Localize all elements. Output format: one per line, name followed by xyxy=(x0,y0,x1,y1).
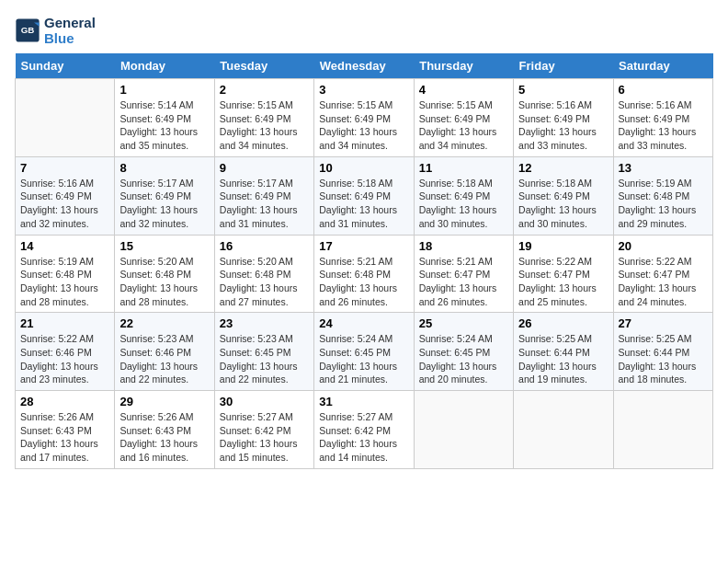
day-number: 27 xyxy=(619,316,708,330)
calendar-day: 29Sunrise: 5:26 AMSunset: 6:43 PMDayligh… xyxy=(115,391,214,469)
weekday-header-friday: Friday xyxy=(514,53,613,79)
calendar-day: 3Sunrise: 5:15 AMSunset: 6:49 PMDaylight… xyxy=(314,79,414,157)
day-info: Sunrise: 5:17 AMSunset: 6:49 PMDaylight:… xyxy=(220,177,309,231)
calendar-day: 24Sunrise: 5:24 AMSunset: 6:45 PMDayligh… xyxy=(314,313,414,391)
calendar-day: 23Sunrise: 5:23 AMSunset: 6:45 PMDayligh… xyxy=(214,313,313,391)
day-info: Sunrise: 5:17 AMSunset: 6:49 PMDaylight:… xyxy=(119,177,209,231)
day-number: 5 xyxy=(518,83,608,97)
logo-icon: GB xyxy=(15,17,40,43)
day-info: Sunrise: 5:16 AMSunset: 6:49 PMDaylight:… xyxy=(619,98,708,153)
calendar-day: 6Sunrise: 5:16 AMSunset: 6:49 PMDaylight… xyxy=(613,79,712,157)
day-info: Sunrise: 5:18 AMSunset: 6:49 PMDaylight:… xyxy=(419,177,508,231)
calendar-day: 5Sunrise: 5:16 AMSunset: 6:49 PMDaylight… xyxy=(514,79,613,157)
calendar-day: 8Sunrise: 5:17 AMSunset: 6:49 PMDaylight… xyxy=(115,156,214,235)
day-number: 25 xyxy=(419,316,508,330)
day-number: 3 xyxy=(319,83,408,97)
logo: GB General Blue xyxy=(15,15,96,46)
calendar-day: 17Sunrise: 5:21 AMSunset: 6:48 PMDayligh… xyxy=(314,235,414,313)
day-number: 15 xyxy=(119,239,209,253)
calendar-day: 26Sunrise: 5:25 AMSunset: 6:44 PMDayligh… xyxy=(514,313,613,391)
day-info: Sunrise: 5:26 AMSunset: 6:43 PMDaylight:… xyxy=(119,410,209,465)
day-info: Sunrise: 5:23 AMSunset: 6:45 PMDaylight:… xyxy=(220,332,309,386)
day-number: 17 xyxy=(319,239,408,253)
day-info: Sunrise: 5:27 AMSunset: 6:42 PMDaylight:… xyxy=(319,410,408,465)
calendar-day: 31Sunrise: 5:27 AMSunset: 6:42 PMDayligh… xyxy=(314,391,414,469)
calendar-day: 4Sunrise: 5:15 AMSunset: 6:49 PMDaylight… xyxy=(414,79,513,157)
day-info: Sunrise: 5:26 AMSunset: 6:43 PMDaylight:… xyxy=(20,410,109,465)
calendar-day: 25Sunrise: 5:24 AMSunset: 6:45 PMDayligh… xyxy=(414,313,513,391)
calendar-day: 9Sunrise: 5:17 AMSunset: 6:49 PMDaylight… xyxy=(214,156,313,235)
calendar-day: 2Sunrise: 5:15 AMSunset: 6:49 PMDaylight… xyxy=(214,79,313,157)
calendar-day: 27Sunrise: 5:25 AMSunset: 6:44 PMDayligh… xyxy=(613,313,712,391)
calendar-day: 10Sunrise: 5:18 AMSunset: 6:49 PMDayligh… xyxy=(314,156,414,235)
day-number: 4 xyxy=(419,83,508,97)
day-info: Sunrise: 5:23 AMSunset: 6:46 PMDaylight:… xyxy=(119,332,209,386)
day-number: 21 xyxy=(20,316,109,330)
weekday-header-thursday: Thursday xyxy=(414,53,513,79)
calendar-week-1: 1Sunrise: 5:14 AMSunset: 6:49 PMDaylight… xyxy=(16,79,713,157)
day-info: Sunrise: 5:24 AMSunset: 6:45 PMDaylight:… xyxy=(319,332,408,386)
calendar-day: 7Sunrise: 5:16 AMSunset: 6:49 PMDaylight… xyxy=(16,156,115,235)
day-number: 23 xyxy=(220,316,309,330)
day-number: 9 xyxy=(220,161,309,175)
calendar-day xyxy=(514,391,613,469)
calendar-week-2: 7Sunrise: 5:16 AMSunset: 6:49 PMDaylight… xyxy=(16,156,713,235)
day-info: Sunrise: 5:25 AMSunset: 6:44 PMDaylight:… xyxy=(619,332,708,386)
day-info: Sunrise: 5:24 AMSunset: 6:45 PMDaylight:… xyxy=(419,332,508,386)
calendar-day: 14Sunrise: 5:19 AMSunset: 6:48 PMDayligh… xyxy=(16,235,115,313)
calendar-day: 15Sunrise: 5:20 AMSunset: 6:48 PMDayligh… xyxy=(115,235,214,313)
calendar-week-3: 14Sunrise: 5:19 AMSunset: 6:48 PMDayligh… xyxy=(16,235,713,313)
day-number: 31 xyxy=(319,395,408,408)
calendar-day: 22Sunrise: 5:23 AMSunset: 6:46 PMDayligh… xyxy=(115,313,214,391)
day-number: 2 xyxy=(220,83,309,97)
calendar-day: 21Sunrise: 5:22 AMSunset: 6:46 PMDayligh… xyxy=(16,313,115,391)
weekday-header-wednesday: Wednesday xyxy=(314,53,414,79)
calendar-day: 11Sunrise: 5:18 AMSunset: 6:49 PMDayligh… xyxy=(414,156,513,235)
day-info: Sunrise: 5:15 AMSunset: 6:49 PMDaylight:… xyxy=(419,98,508,153)
day-number: 11 xyxy=(419,161,508,175)
day-info: Sunrise: 5:15 AMSunset: 6:49 PMDaylight:… xyxy=(220,98,309,153)
day-number: 26 xyxy=(518,316,608,330)
calendar-day: 30Sunrise: 5:27 AMSunset: 6:42 PMDayligh… xyxy=(214,391,313,469)
calendar-day: 13Sunrise: 5:19 AMSunset: 6:48 PMDayligh… xyxy=(613,156,712,235)
day-info: Sunrise: 5:18 AMSunset: 6:49 PMDaylight:… xyxy=(518,177,608,231)
calendar-week-4: 21Sunrise: 5:22 AMSunset: 6:46 PMDayligh… xyxy=(16,313,713,391)
calendar-day xyxy=(16,79,115,157)
svg-text:GB: GB xyxy=(21,25,35,35)
day-number: 14 xyxy=(20,239,109,253)
day-number: 12 xyxy=(518,161,608,175)
day-info: Sunrise: 5:21 AMSunset: 6:47 PMDaylight:… xyxy=(419,255,508,309)
calendar-day: 20Sunrise: 5:22 AMSunset: 6:47 PMDayligh… xyxy=(613,235,712,313)
day-number: 10 xyxy=(319,161,408,175)
day-info: Sunrise: 5:22 AMSunset: 6:46 PMDaylight:… xyxy=(20,332,109,386)
calendar-day xyxy=(414,391,513,469)
day-number: 18 xyxy=(419,239,508,253)
day-info: Sunrise: 5:16 AMSunset: 6:49 PMDaylight:… xyxy=(518,98,608,153)
weekday-header-saturday: Saturday xyxy=(613,53,712,79)
calendar-day: 18Sunrise: 5:21 AMSunset: 6:47 PMDayligh… xyxy=(414,235,513,313)
page-header: GB General Blue xyxy=(15,15,713,46)
day-number: 29 xyxy=(119,395,209,408)
calendar-day: 16Sunrise: 5:20 AMSunset: 6:48 PMDayligh… xyxy=(214,235,313,313)
day-info: Sunrise: 5:20 AMSunset: 6:48 PMDaylight:… xyxy=(220,255,309,309)
calendar-day: 12Sunrise: 5:18 AMSunset: 6:49 PMDayligh… xyxy=(514,156,613,235)
day-number: 22 xyxy=(119,316,209,330)
day-number: 24 xyxy=(319,316,408,330)
day-number: 30 xyxy=(220,395,309,408)
day-info: Sunrise: 5:20 AMSunset: 6:48 PMDaylight:… xyxy=(119,255,209,309)
day-info: Sunrise: 5:21 AMSunset: 6:48 PMDaylight:… xyxy=(319,255,408,309)
calendar-day: 28Sunrise: 5:26 AMSunset: 6:43 PMDayligh… xyxy=(16,391,115,469)
day-number: 8 xyxy=(119,161,209,175)
day-number: 13 xyxy=(619,161,708,175)
calendar-table: SundayMondayTuesdayWednesdayThursdayFrid… xyxy=(15,53,713,469)
weekday-header-row: SundayMondayTuesdayWednesdayThursdayFrid… xyxy=(16,53,713,79)
day-number: 20 xyxy=(619,239,708,253)
calendar-day: 19Sunrise: 5:22 AMSunset: 6:47 PMDayligh… xyxy=(514,235,613,313)
day-info: Sunrise: 5:14 AMSunset: 6:49 PMDaylight:… xyxy=(119,98,209,153)
calendar-day xyxy=(613,391,712,469)
day-number: 6 xyxy=(619,83,708,97)
day-info: Sunrise: 5:15 AMSunset: 6:49 PMDaylight:… xyxy=(319,98,408,153)
weekday-header-tuesday: Tuesday xyxy=(214,53,313,79)
day-number: 19 xyxy=(518,239,608,253)
day-number: 1 xyxy=(119,83,209,97)
